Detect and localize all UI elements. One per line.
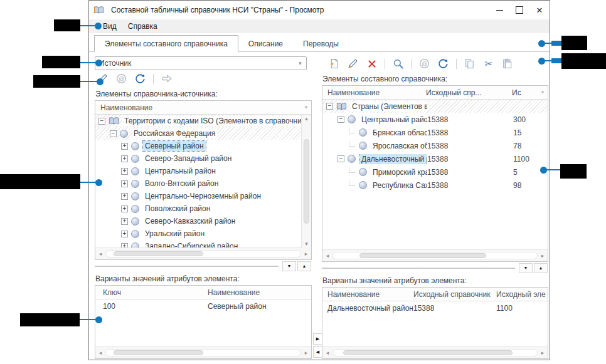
collapse-icon[interactable]: − xyxy=(110,130,117,137)
column-header-key[interactable]: Ключ xyxy=(95,288,208,297)
column-header-source[interactable]: Исходный справочник xyxy=(413,290,496,299)
scroll-left-icon[interactable]: ◂ xyxy=(95,251,105,257)
scroll-right-icon[interactable]: ▸ xyxy=(538,252,548,259)
collapse-icon[interactable]: − xyxy=(98,118,105,125)
panel-divider[interactable]: ▶ ◀ xyxy=(312,52,322,360)
tree-node[interactable]: −Центральный район15388300 xyxy=(322,113,548,126)
tree-node[interactable]: +Уральский район xyxy=(95,227,302,240)
chevron-down-icon[interactable]: ▾ xyxy=(294,60,306,66)
expand-icon[interactable]: + xyxy=(121,243,128,248)
filter-dropdown-icon[interactable]: ▼ xyxy=(538,90,548,95)
splitter-down-button[interactable]: ▼ xyxy=(282,261,296,271)
column-header-source-element[interactable]: Ис xyxy=(512,88,538,97)
scroll-right-icon[interactable]: ▸ xyxy=(301,251,311,257)
scroll-right-icon[interactable]: ▸ xyxy=(538,350,548,356)
vscroll-track[interactable] xyxy=(304,123,309,240)
tree-node[interactable]: Приморский край153885 xyxy=(322,165,548,179)
vscroll-thumb[interactable] xyxy=(304,139,309,224)
expand-icon[interactable]: + xyxy=(121,180,128,187)
tree-node[interactable]: +Северо-Кавказский район xyxy=(95,215,302,227)
tree-node[interactable]: −Дальневосточный район153881100 xyxy=(322,152,548,165)
menu-help[interactable]: Справка xyxy=(122,21,163,32)
tree-node[interactable]: Брянская область1538815 xyxy=(322,126,548,139)
new-button[interactable] xyxy=(328,58,340,70)
source-attrs-header[interactable]: Ключ Наименование xyxy=(95,286,311,299)
tab-elements[interactable]: Элементы составного справочника xyxy=(94,35,238,52)
hscroll-thumb[interactable] xyxy=(343,350,513,355)
tree-node[interactable]: Республика Саха (Якутия)1538898 xyxy=(322,179,548,192)
hscroll-track[interactable] xyxy=(105,250,301,257)
minimize-button[interactable] xyxy=(489,1,509,19)
column-header-name[interactable]: Наименование xyxy=(322,88,426,97)
column-header-name[interactable]: Наименование xyxy=(322,290,413,299)
collapse-icon[interactable]: − xyxy=(326,103,333,110)
expand-icon[interactable]: + xyxy=(121,205,128,212)
scroll-right-icon[interactable]: ▸ xyxy=(301,350,311,356)
collapse-icon[interactable]: − xyxy=(338,155,344,162)
composite-tree-hscrollbar[interactable]: ◂ ▸ xyxy=(322,249,548,261)
composite-splitter[interactable]: ▼ ▲ xyxy=(322,262,548,274)
paste-button[interactable] xyxy=(501,58,513,70)
scroll-left-icon[interactable]: ◂ xyxy=(322,252,332,259)
collapse-left-button[interactable]: ◀ xyxy=(313,346,322,358)
expand-icon[interactable]: + xyxy=(121,193,128,200)
tree-node[interactable]: +Северный район xyxy=(95,140,302,152)
forward-button[interactable] xyxy=(161,73,173,85)
collapse-right-button[interactable]: ▶ xyxy=(313,333,322,345)
edit-button[interactable] xyxy=(347,58,359,70)
scroll-left-icon[interactable]: ◂ xyxy=(322,350,332,356)
expand-icon[interactable]: + xyxy=(121,168,128,175)
scroll-down-icon[interactable]: ▾ xyxy=(305,240,308,248)
refresh-button[interactable] xyxy=(134,73,146,85)
expand-icon[interactable]: + xyxy=(121,155,128,162)
hscroll-track[interactable] xyxy=(332,349,538,356)
tree-node[interactable]: +Западно-Сибирский район xyxy=(95,240,302,247)
tree-node[interactable]: +Поволжский район xyxy=(95,202,302,215)
hscroll-thumb[interactable] xyxy=(359,253,486,258)
refresh-button[interactable] xyxy=(437,58,449,70)
collapse-icon[interactable]: − xyxy=(338,116,344,123)
tab-description[interactable]: Описание xyxy=(238,36,293,51)
source-splitter[interactable]: ▼ ▲ xyxy=(95,260,312,272)
splitter-down-button[interactable]: ▼ xyxy=(519,263,533,273)
hscroll-track[interactable] xyxy=(105,349,301,356)
source-combobox[interactable]: Источник ▾ xyxy=(95,56,307,70)
column-header-source[interactable]: Исходный спр... xyxy=(426,88,512,97)
source-attrs-hscrollbar[interactable]: ◂ ▸ xyxy=(95,346,311,358)
splitter-up-button[interactable]: ▲ xyxy=(534,263,548,273)
tree-node[interactable]: +Волго-Вятский район xyxy=(95,177,302,190)
close-button[interactable]: ✕ xyxy=(529,1,550,19)
tree-node[interactable]: Ярославская область1538878 xyxy=(322,139,548,152)
tab-translations[interactable]: Переводы xyxy=(293,36,349,51)
tree-node[interactable]: +Северо-Западный район xyxy=(95,152,302,165)
source-tree-header[interactable]: Наименование ▼ xyxy=(95,101,311,115)
table-row[interactable]: Дальневосточный район153881100 xyxy=(322,301,548,315)
delete-button[interactable] xyxy=(366,58,378,70)
splitter-up-button[interactable]: ▲ xyxy=(297,261,311,271)
tree-node[interactable]: −Страны (Элементов в справочник xyxy=(322,100,548,113)
cut-button[interactable]: ✂ xyxy=(482,58,494,70)
filter-dropdown-icon[interactable]: ▼ xyxy=(301,105,311,110)
hscroll-thumb[interactable] xyxy=(114,350,203,355)
expand-icon[interactable]: + xyxy=(121,231,128,237)
source-tree-vscrollbar[interactable]: ▴ ▾ xyxy=(301,115,311,248)
expand-icon[interactable]: + xyxy=(121,143,128,150)
composite-tree-header[interactable]: Наименование Исходный спр... Ис ▼ xyxy=(322,86,548,100)
at-button[interactable]: @ xyxy=(418,58,430,70)
tree-node[interactable]: +Центральный район xyxy=(95,165,302,177)
scroll-left-icon[interactable]: ◂ xyxy=(95,350,105,356)
composite-attrs-header[interactable]: Наименование Исходный справочник Исходны… xyxy=(322,288,548,301)
column-header-name[interactable]: Наименование xyxy=(95,103,152,112)
copy-button[interactable] xyxy=(464,58,476,70)
source-tree-hscrollbar[interactable]: ◂ ▸ xyxy=(95,247,311,259)
tree-node[interactable]: −Российская Федерация xyxy=(95,127,302,140)
scroll-up-icon[interactable]: ▴ xyxy=(305,115,308,123)
column-header-source-element[interactable]: Исходный эле xyxy=(496,290,548,299)
tree-node[interactable]: −Территории с кодами ISO (Элементов в сп… xyxy=(95,115,302,127)
hscroll-thumb[interactable] xyxy=(114,251,203,256)
search-button[interactable] xyxy=(392,58,404,70)
expand-icon[interactable]: + xyxy=(121,218,128,225)
column-header-name[interactable]: Наименование xyxy=(208,288,311,297)
composite-attrs-hscrollbar[interactable]: ◂ ▸ xyxy=(322,346,548,358)
maximize-button[interactable] xyxy=(509,1,529,19)
